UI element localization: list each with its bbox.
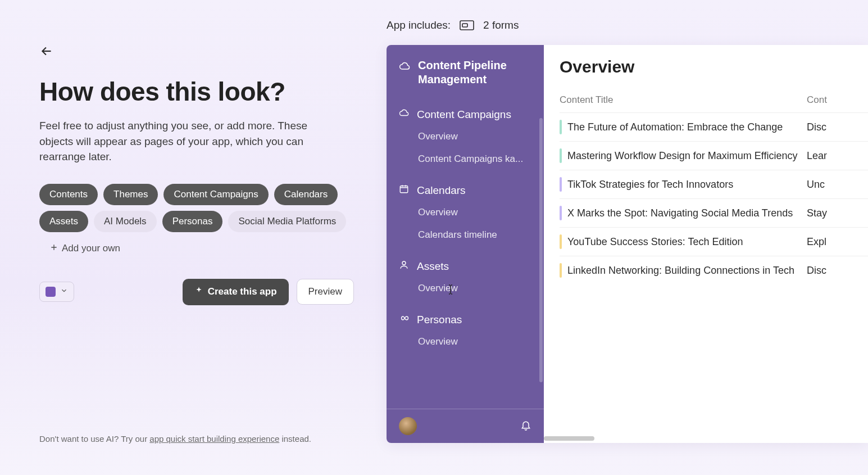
nav-section-label: Assets — [417, 260, 449, 273]
table-header: Content Title Cont — [560, 94, 868, 112]
chip-label: Themes — [113, 189, 148, 200]
preview-label: Preview — [308, 286, 342, 297]
row-marker — [560, 177, 562, 192]
table-row[interactable]: X Marks the Spot: Navigating Social Medi… — [560, 198, 868, 227]
row-marker — [560, 148, 562, 163]
chevron-down-icon — [60, 287, 68, 297]
nav-section-head[interactable]: Calendars — [387, 176, 544, 201]
row-marker — [560, 206, 562, 220]
sidebar-app-title: Content Pipeline Management — [418, 58, 531, 87]
object-chip[interactable]: AI Models — [94, 211, 157, 232]
table-row[interactable]: TikTok Strategies for Tech InnovatorsUnc — [560, 170, 868, 198]
create-app-button[interactable]: Create this app — [183, 279, 289, 305]
page-description: Feel free to adjust anything you see, or… — [39, 118, 337, 165]
bell-icon[interactable] — [520, 419, 531, 433]
forms-count-label: 2 forms — [483, 19, 519, 31]
nav-section-label: Calendars — [417, 184, 466, 197]
table-body: The Future of Automation: Embrace the Ch… — [560, 112, 868, 284]
object-chip[interactable]: Personas — [162, 211, 223, 232]
nav-item[interactable]: Content Campaigns ka... — [387, 148, 544, 170]
back-button[interactable] — [39, 44, 54, 61]
nav-item[interactable]: Overview — [387, 125, 544, 148]
nav-item[interactable]: Overview — [387, 277, 544, 300]
page-title: How does this look? — [39, 76, 354, 107]
row-title: TikTok Strategies for Tech Innovators — [567, 179, 807, 191]
object-chip[interactable]: Contents — [39, 184, 98, 205]
nav-item[interactable]: Calendars timeline — [387, 224, 544, 246]
nav-item[interactable]: Overview — [387, 201, 544, 224]
nav-section-head[interactable]: Assets — [387, 252, 544, 277]
object-chip[interactable]: Content Campaigns — [163, 184, 268, 205]
object-chips: ContentsThemesContent CampaignsCalendars… — [39, 184, 354, 260]
footer-pre: Don't want to use AI? Try our — [39, 434, 149, 444]
chip-label: Calendars — [284, 189, 328, 200]
col-header-desc: Cont — [807, 94, 868, 106]
nav-section: CalendarsOverviewCalendars timeline — [387, 176, 544, 246]
horizontal-scrollbar[interactable] — [544, 436, 594, 441]
chip-label: AI Models — [104, 216, 147, 227]
row-marker — [560, 234, 562, 249]
sidebar-nav: Content CampaignsOverviewContent Campaig… — [387, 97, 544, 409]
nav-section-head[interactable]: Content Campaigns — [387, 100, 544, 125]
sparkle-icon — [194, 286, 203, 298]
nav-section-label: Content Campaigns — [417, 108, 511, 121]
row-desc: Unc — [807, 179, 868, 191]
table-row[interactable]: LinkedIn Networking: Building Connection… — [560, 256, 868, 284]
add-chip-label: Add your own — [62, 243, 120, 254]
row-desc: Expl — [807, 236, 868, 248]
table-row[interactable]: The Future of Automation: Embrace the Ch… — [560, 112, 868, 141]
row-desc: Lear — [807, 150, 868, 162]
row-desc: Stay — [807, 207, 868, 219]
row-title: Mastering Workflow Design for Maximum Ef… — [567, 150, 807, 162]
sidebar-header: Content Pipeline Management — [387, 45, 544, 97]
footer-link[interactable]: app quick start building experience — [149, 434, 279, 444]
chip-label: Content Campaigns — [174, 189, 258, 200]
chip-label: Contents — [49, 189, 88, 200]
row-title: The Future of Automation: Embrace the Ch… — [567, 121, 807, 133]
cloud-icon — [399, 108, 409, 121]
person-icon — [399, 260, 409, 273]
preview-window: Content Pipeline Management Content Camp… — [387, 45, 868, 443]
add-object-chip[interactable]: Add your own — [39, 238, 130, 260]
nav-section: AssetsOverview — [387, 252, 544, 300]
row-title: LinkedIn Networking: Building Connection… — [567, 265, 807, 277]
table-row[interactable]: Mastering Workflow Design for Maximum Ef… — [560, 141, 868, 170]
actions-row: Create this app Preview — [39, 279, 354, 305]
color-picker[interactable] — [39, 282, 74, 302]
builder-left-panel: How does this look? Feel free to adjust … — [39, 44, 354, 305]
nav-section-head[interactable]: Personas — [387, 305, 544, 331]
sidebar-footer — [387, 409, 544, 443]
footer-note: Don't want to use AI? Try our app quick … — [39, 434, 311, 444]
table-row[interactable]: YouTube Success Stories: Tech EditionExp… — [560, 227, 868, 256]
app-includes-label: App includes: — [387, 19, 451, 31]
object-chip[interactable]: Calendars — [274, 184, 338, 205]
preview-main: Overview Content Title Cont The Future o… — [544, 45, 868, 443]
avatar[interactable] — [399, 417, 417, 435]
preview-sidebar: Content Pipeline Management Content Camp… — [387, 45, 544, 443]
row-marker — [560, 120, 562, 134]
row-marker — [560, 263, 562, 278]
object-chip[interactable]: Assets — [39, 211, 88, 232]
row-title: YouTube Success Stories: Tech Edition — [567, 236, 807, 248]
preview-button[interactable]: Preview — [297, 279, 354, 305]
chip-label: Assets — [49, 216, 78, 227]
sidebar-scrollbar[interactable] — [539, 118, 543, 382]
footer-post: instead. — [279, 434, 311, 444]
create-app-label: Create this app — [208, 286, 277, 297]
chip-label: Social Media Platforms — [238, 216, 336, 227]
app-includes-bar: App includes: 2 forms — [387, 19, 519, 31]
object-chip[interactable]: Social Media Platforms — [228, 211, 346, 232]
svg-rect-1 — [462, 24, 467, 27]
object-chip[interactable]: Themes — [103, 184, 158, 205]
chip-label: Personas — [172, 216, 213, 227]
form-icon — [460, 19, 474, 31]
svg-rect-2 — [400, 186, 408, 193]
main-title: Overview — [560, 57, 868, 76]
col-header-title: Content Title — [560, 94, 807, 106]
color-swatch — [46, 287, 56, 297]
nav-section: PersonasOverview — [387, 305, 544, 353]
row-title: X Marks the Spot: Navigating Social Medi… — [567, 207, 807, 219]
nav-section-label: Personas — [417, 314, 462, 326]
infinity-icon — [399, 313, 409, 326]
nav-item[interactable]: Overview — [387, 331, 544, 353]
